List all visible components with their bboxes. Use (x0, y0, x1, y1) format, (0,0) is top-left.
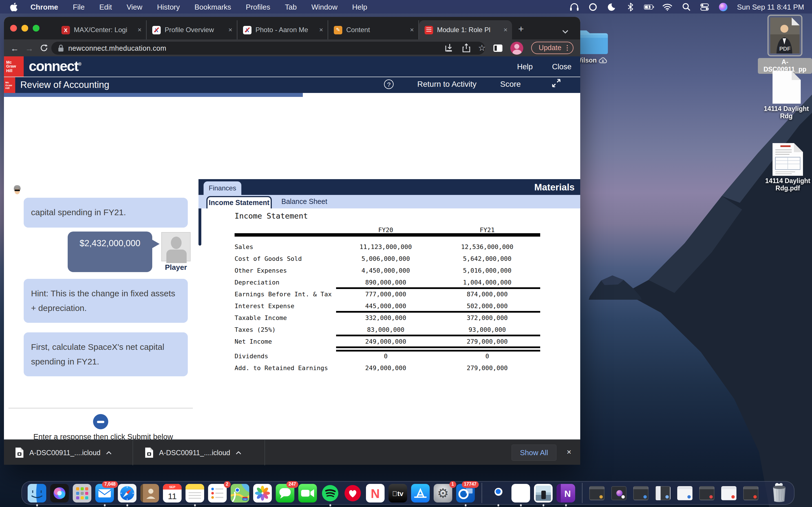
profile-avatar[interactable] (511, 41, 523, 54)
close-link[interactable]: Close (552, 62, 571, 71)
browser-tab-1[interactable]: XMAX/Center: Logi× (56, 20, 147, 40)
wifi-icon[interactable] (663, 2, 673, 12)
siri-icon[interactable] (718, 2, 728, 12)
minimized-window-5[interactable] (677, 486, 693, 500)
desktop-icon-14114-daylight-rdg-pdf[interactable]: 14114 Daylight Rdg.pdf (760, 143, 812, 192)
download-item[interactable]: A-DSC00911_....icloud (15, 440, 112, 465)
headphones-icon[interactable] (569, 2, 580, 12)
app-store-icon (411, 484, 430, 502)
trash-icon[interactable] (770, 484, 788, 502)
chevron-up-icon[interactable] (236, 451, 241, 454)
dock-app-apple-tv[interactable]: tv (389, 484, 407, 502)
facetime-icon (298, 484, 317, 502)
dock-app-mail[interactable]: 7,048 (95, 484, 114, 502)
browser-menu-icon[interactable] (566, 45, 568, 51)
minimized-window-3[interactable] (633, 486, 649, 500)
dock-app-spotify[interactable] (321, 484, 340, 502)
dock-app-iheartradio[interactable] (343, 484, 362, 502)
reload-button[interactable] (37, 44, 51, 52)
download-item[interactable]: A-DSC00911_....icloud (145, 440, 241, 465)
forward-button[interactable]: → (22, 43, 37, 53)
tab-close-icon[interactable]: × (410, 26, 414, 34)
minimized-window-1[interactable] (589, 486, 605, 500)
dock-app-safari[interactable] (118, 484, 137, 502)
minimized-window-2[interactable] (611, 486, 626, 500)
browser-tab-3[interactable]: XPhoto - Aaron Me× (238, 20, 328, 40)
show-all-downloads-button[interactable]: Show All (511, 445, 557, 461)
minimized-window-6[interactable] (699, 486, 714, 500)
close-window-button[interactable] (10, 25, 17, 32)
back-button[interactable]: ← (7, 43, 22, 53)
minimize-window-button[interactable] (21, 25, 28, 32)
sidebar-toggle-icon[interactable] (494, 44, 503, 52)
minimized-window-7[interactable] (721, 486, 737, 500)
tab-close-icon[interactable]: × (319, 26, 323, 34)
dock-app-onenote[interactable]: N (557, 484, 575, 502)
menu-item-bookmarks[interactable]: Bookmarks (187, 0, 239, 13)
tab-close-icon[interactable]: × (138, 26, 142, 34)
dock-app-contacts[interactable] (140, 484, 159, 502)
desktop-icon-14114-daylight-rdg[interactable]: 14114 Daylight Rdg (761, 71, 812, 120)
dock-app-system-preferences[interactable]: ⚙1 (434, 484, 452, 502)
dock-app-macos-installer[interactable] (511, 484, 530, 502)
menu-item-file[interactable]: File (65, 0, 92, 13)
close-downloads-bar-icon[interactable]: × (567, 447, 571, 456)
minimized-window-4[interactable] (655, 486, 670, 500)
control-center-icon[interactable] (700, 2, 710, 12)
menu-item-window[interactable]: Window (304, 0, 345, 13)
browser-tab-2[interactable]: XProfile Overview× (147, 20, 238, 40)
dock-app-finder[interactable] (28, 484, 46, 502)
zoom-window-button[interactable] (33, 25, 40, 32)
menu-item-help[interactable]: Help (345, 0, 375, 13)
bluetooth-icon[interactable] (625, 2, 636, 12)
dock-app-maps[interactable]: 280 (231, 484, 249, 502)
dock-app-photos[interactable] (253, 484, 272, 502)
share-icon[interactable] (462, 43, 470, 52)
update-button[interactable]: Update (531, 42, 573, 54)
bookmark-star-icon[interactable]: ☆ (478, 43, 486, 53)
menu-item-edit[interactable]: Edit (92, 0, 119, 13)
menu-clock[interactable]: Sun Sep 11 8:41 PM (737, 3, 804, 11)
tab-close-icon[interactable]: × (229, 26, 232, 34)
minimized-window-8[interactable] (743, 486, 758, 500)
return-to-activity-link[interactable]: Return to Activity (417, 79, 476, 89)
tab-search-chevron-icon[interactable] (562, 30, 568, 34)
desktop-icon-a-dsc00911-pp[interactable]: PDFA-DSC00911_pp (758, 15, 812, 74)
apple-menu-icon[interactable] (0, 3, 23, 11)
dock-app-messages[interactable]: 247 (276, 484, 294, 502)
dock-app-facetime[interactable] (298, 484, 317, 502)
browser-tab-5[interactable]: Module 1: Role Pl× (419, 20, 512, 40)
menu-item-profiles[interactable]: Profiles (239, 0, 278, 13)
browser-tab-4[interactable]: ✎Content× (328, 20, 419, 40)
dock-app-music-photo[interactable] (534, 484, 553, 502)
dock-app-notes[interactable] (186, 484, 204, 502)
dock-app-siri[interactable] (50, 484, 69, 502)
help-link[interactable]: Help (517, 62, 533, 71)
dock-app-reminders[interactable]: 2 (208, 484, 227, 502)
battery-icon[interactable] (644, 2, 654, 12)
dock-app-chrome[interactable] (489, 484, 507, 502)
fullscreen-icon[interactable] (552, 79, 560, 87)
menu-item-chrome[interactable]: Chrome (23, 0, 65, 13)
dock-app-news[interactable]: N (366, 484, 385, 502)
score-link[interactable]: Score (500, 79, 521, 89)
dock-app-calendar[interactable]: SEP11 (163, 484, 182, 502)
mcgraw-hill-logo: McGrawHill (4, 56, 24, 76)
statement-value-fy21: 1,004,000,000 (463, 279, 511, 286)
menu-item-history[interactable]: History (150, 0, 187, 13)
download-icon[interactable] (445, 43, 455, 52)
dock-app-app-store[interactable] (411, 484, 430, 502)
dock-app-outlook[interactable]: 17747 (456, 484, 475, 502)
address-bar[interactable]: newconnect.mheducation.com (51, 42, 485, 55)
app-ring-icon[interactable] (588, 2, 598, 12)
new-tab-button[interactable]: + (518, 24, 524, 35)
help-circle-icon[interactable]: ? (384, 79, 394, 89)
menu-item-view[interactable]: View (119, 0, 150, 13)
macos-installer-icon (511, 484, 530, 502)
tab-close-icon[interactable]: × (504, 26, 507, 34)
moon-icon[interactable] (607, 2, 617, 12)
dock-app-launchpad[interactable] (73, 484, 91, 502)
menu-item-tab[interactable]: Tab (278, 0, 304, 13)
spotlight-icon[interactable] (681, 2, 691, 12)
chevron-up-icon[interactable] (106, 451, 112, 454)
